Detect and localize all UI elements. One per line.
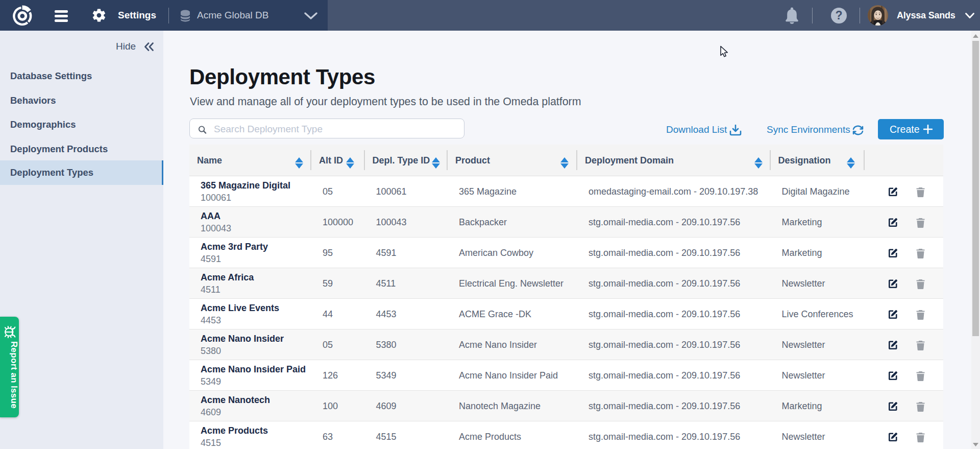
svg-text:?: ? (835, 9, 842, 22)
